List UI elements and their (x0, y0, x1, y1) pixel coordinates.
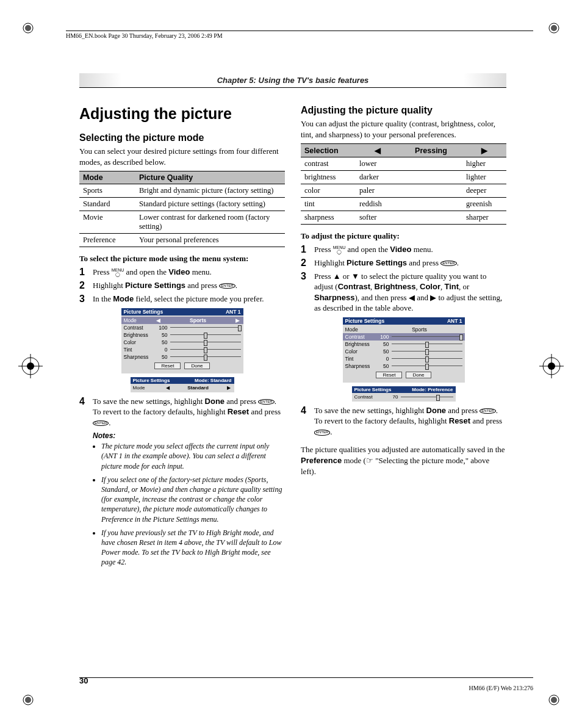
heading-selecting-mode: Selecting the picture mode (79, 132, 285, 143)
cell: Movie (79, 211, 135, 234)
note-item: If you select one of the factory-set pic… (101, 475, 285, 524)
cell: softer (356, 211, 462, 225)
svg-point-5 (25, 697, 31, 703)
note-item: The picture mode you select affects the … (101, 441, 285, 471)
selection-table: Selection ◀ Pressing ▶ contrastlowerhigh… (301, 143, 506, 225)
registration-mark-icon (539, 354, 564, 378)
notes-list: The picture mode you select affects the … (101, 441, 285, 567)
th-left-arrow-icon: ◀ (356, 144, 400, 157)
step-text: Highlight Picture Settings and press ENT… (93, 280, 285, 291)
page-number: 30 (79, 676, 88, 685)
note-item: If you have previously set the TV to Hig… (101, 528, 285, 568)
enter-button-icon: ENTER (314, 430, 330, 435)
enter-button-icon: ENTER (219, 283, 235, 289)
step-text: To save the new settings, highlight Done… (93, 396, 285, 428)
cell: Standard picture settings (factory setti… (135, 198, 285, 211)
cell: contrast (301, 157, 356, 171)
step-num: 3 (301, 271, 314, 314)
step-num: 2 (79, 280, 93, 291)
heading-adjusting-quality: Adjusting the picture quality (301, 105, 506, 116)
up-arrow-icon: ▲ (333, 272, 341, 281)
cell: tint (301, 198, 356, 211)
step-num: 1 (301, 244, 314, 255)
mode-table: Mode Picture Quality SportsBright and dy… (79, 171, 285, 247)
svg-point-15 (548, 362, 555, 370)
step-text: To save the new settings, highlight Done… (314, 405, 506, 438)
build-header: HM66_EN.book Page 30 Thursday, February … (66, 31, 533, 39)
cell: lighter (462, 171, 506, 184)
footer-code: HM66 (E/F) Web 213:276 (469, 685, 533, 691)
svg-point-3 (551, 25, 557, 31)
crop-mark-icon (545, 22, 560, 37)
right-arrow-icon: ▶ (430, 293, 436, 302)
cell: Standard (79, 198, 135, 211)
crop-mark-icon (22, 22, 37, 37)
svg-point-7 (551, 697, 557, 703)
step-text: Press MENU◯ and open the Video menu. (314, 244, 506, 255)
cell: Preference (79, 234, 135, 247)
cell: deeper (462, 184, 506, 198)
step-num: 1 (79, 267, 93, 278)
intro-text: You can select your desired picture sett… (79, 146, 285, 167)
cell: lower (356, 157, 462, 171)
osd-mode-bar: Picture SettingsMode: Preference Contras… (352, 386, 456, 402)
left-arrow-icon: ◀ (409, 293, 415, 302)
cell: sharper (462, 211, 506, 225)
footer-rule (79, 677, 533, 678)
svg-point-11 (27, 362, 34, 370)
chapter-title: Chapter 5: Using the TV's basic features (79, 73, 506, 88)
cell: reddish (356, 198, 462, 211)
th-mode: Mode (79, 171, 135, 184)
cell: Bright and dynamic picture (factory sett… (135, 184, 285, 198)
registration-mark-icon (18, 354, 43, 378)
howto-head: To adjust the picture quality: (301, 231, 506, 242)
cell: Your personal preferences (135, 234, 285, 247)
step-text: Highlight Picture Settings and press ENT… (314, 258, 506, 268)
cell: brightness (301, 171, 356, 184)
crop-mark-icon (545, 691, 560, 706)
cell: color (301, 184, 356, 198)
cell: higher (462, 157, 506, 171)
right-column: Adjusting the picture quality You can ad… (301, 105, 506, 571)
step-text: Press ▲ or ▼ to select the picture quali… (314, 271, 506, 314)
th-quality: Picture Quality (135, 171, 285, 184)
notes-heading: Notes: (93, 431, 285, 440)
step-num: 2 (301, 258, 314, 268)
cell: greenish (462, 198, 506, 211)
enter-button-icon: ENTER (93, 420, 109, 426)
step-num: 4 (301, 405, 314, 438)
howto-head: To select the picture mode using the men… (79, 253, 285, 264)
th: Selection (301, 144, 356, 157)
menu-button-icon: MENU◯ (333, 246, 346, 254)
osd-picture-settings: Picture SettingsANT 1 Mode◀Sports▶ Contr… (121, 308, 243, 373)
step-num: 3 (79, 294, 93, 305)
enter-button-icon: ENTER (480, 408, 495, 414)
cell: sharpness (301, 211, 356, 225)
left-column: Adjusting the picture Selecting the pict… (79, 105, 285, 571)
osd-mode-bar: Picture SettingsMode: Standard Mode◀Stan… (131, 377, 234, 392)
heading-adjusting-picture: Adjusting the picture (79, 105, 285, 123)
th: Pressing (400, 144, 462, 157)
step-text: Press MENU◯ and open the Video menu. (93, 267, 285, 278)
enter-button-icon: ENTER (258, 399, 274, 405)
intro-text: You can adjust the picture quality (cont… (301, 118, 506, 140)
cell: Sports (79, 184, 135, 198)
step-text: In the Mode field, select the picture mo… (93, 294, 285, 305)
crop-mark-icon (22, 691, 37, 706)
tail-paragraph: The picture qualities you adjusted are a… (301, 444, 506, 477)
down-arrow-icon: ▼ (351, 272, 359, 281)
cell: paler (356, 184, 462, 198)
osd-picture-settings: Picture SettingsANT 1 ModeSports Contras… (343, 317, 465, 383)
enter-button-icon: ENTER (440, 261, 456, 266)
menu-button-icon: MENU◯ (112, 268, 124, 276)
th-right-arrow-icon: ▶ (462, 144, 506, 157)
cell: Lower contrast for darkened room (factor… (135, 211, 285, 234)
cell: darker (356, 171, 462, 184)
step-num: 4 (79, 396, 93, 428)
svg-point-1 (25, 25, 31, 31)
